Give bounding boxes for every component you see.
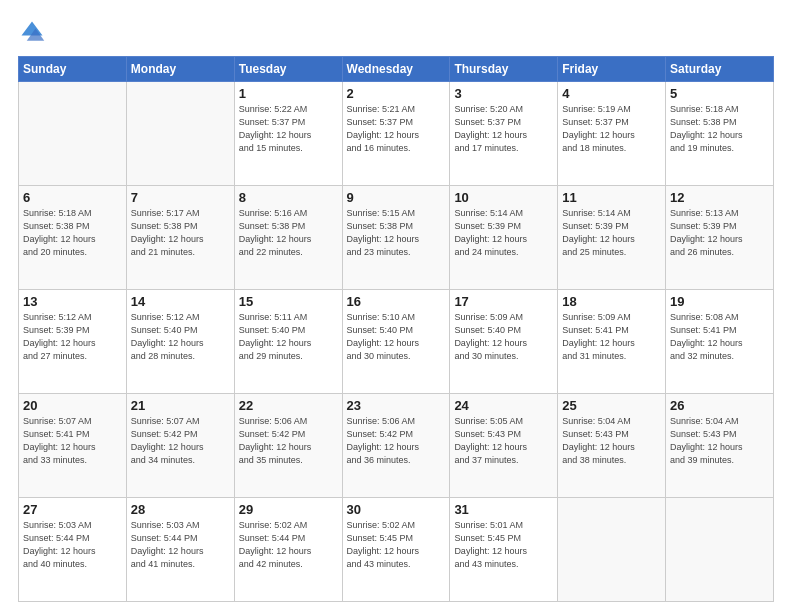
- day-number: 23: [347, 398, 446, 413]
- day-info: Sunrise: 5:06 AM Sunset: 5:42 PM Dayligh…: [239, 415, 338, 467]
- day-number: 4: [562, 86, 661, 101]
- day-info: Sunrise: 5:02 AM Sunset: 5:45 PM Dayligh…: [347, 519, 446, 571]
- day-number: 7: [131, 190, 230, 205]
- calendar-week-row: 20Sunrise: 5:07 AM Sunset: 5:41 PM Dayli…: [19, 394, 774, 498]
- weekday-header-tuesday: Tuesday: [234, 57, 342, 82]
- calendar-day-cell: 14Sunrise: 5:12 AM Sunset: 5:40 PM Dayli…: [126, 290, 234, 394]
- calendar-day-cell: [19, 82, 127, 186]
- calendar-day-cell: 3Sunrise: 5:20 AM Sunset: 5:37 PM Daylig…: [450, 82, 558, 186]
- day-number: 6: [23, 190, 122, 205]
- calendar-week-row: 6Sunrise: 5:18 AM Sunset: 5:38 PM Daylig…: [19, 186, 774, 290]
- day-number: 19: [670, 294, 769, 309]
- logo-icon: [18, 18, 46, 46]
- calendar-day-cell: 21Sunrise: 5:07 AM Sunset: 5:42 PM Dayli…: [126, 394, 234, 498]
- weekday-header-saturday: Saturday: [666, 57, 774, 82]
- day-number: 8: [239, 190, 338, 205]
- day-info: Sunrise: 5:12 AM Sunset: 5:39 PM Dayligh…: [23, 311, 122, 363]
- day-info: Sunrise: 5:03 AM Sunset: 5:44 PM Dayligh…: [23, 519, 122, 571]
- calendar-day-cell: 10Sunrise: 5:14 AM Sunset: 5:39 PM Dayli…: [450, 186, 558, 290]
- day-info: Sunrise: 5:14 AM Sunset: 5:39 PM Dayligh…: [454, 207, 553, 259]
- day-number: 31: [454, 502, 553, 517]
- calendar-day-cell: 29Sunrise: 5:02 AM Sunset: 5:44 PM Dayli…: [234, 498, 342, 602]
- day-info: Sunrise: 5:04 AM Sunset: 5:43 PM Dayligh…: [670, 415, 769, 467]
- day-info: Sunrise: 5:12 AM Sunset: 5:40 PM Dayligh…: [131, 311, 230, 363]
- day-number: 21: [131, 398, 230, 413]
- day-info: Sunrise: 5:04 AM Sunset: 5:43 PM Dayligh…: [562, 415, 661, 467]
- calendar-day-cell: 17Sunrise: 5:09 AM Sunset: 5:40 PM Dayli…: [450, 290, 558, 394]
- day-number: 28: [131, 502, 230, 517]
- calendar-week-row: 1Sunrise: 5:22 AM Sunset: 5:37 PM Daylig…: [19, 82, 774, 186]
- day-number: 5: [670, 86, 769, 101]
- calendar-day-cell: 30Sunrise: 5:02 AM Sunset: 5:45 PM Dayli…: [342, 498, 450, 602]
- calendar-day-cell: 9Sunrise: 5:15 AM Sunset: 5:38 PM Daylig…: [342, 186, 450, 290]
- logo: [18, 18, 50, 46]
- calendar-day-cell: 11Sunrise: 5:14 AM Sunset: 5:39 PM Dayli…: [558, 186, 666, 290]
- day-number: 9: [347, 190, 446, 205]
- day-number: 24: [454, 398, 553, 413]
- calendar-day-cell: 5Sunrise: 5:18 AM Sunset: 5:38 PM Daylig…: [666, 82, 774, 186]
- calendar-day-cell: 27Sunrise: 5:03 AM Sunset: 5:44 PM Dayli…: [19, 498, 127, 602]
- header: [18, 18, 774, 46]
- day-number: 29: [239, 502, 338, 517]
- weekday-header-thursday: Thursday: [450, 57, 558, 82]
- day-info: Sunrise: 5:08 AM Sunset: 5:41 PM Dayligh…: [670, 311, 769, 363]
- calendar-day-cell: 2Sunrise: 5:21 AM Sunset: 5:37 PM Daylig…: [342, 82, 450, 186]
- day-number: 16: [347, 294, 446, 309]
- calendar-day-cell: 20Sunrise: 5:07 AM Sunset: 5:41 PM Dayli…: [19, 394, 127, 498]
- calendar-day-cell: 26Sunrise: 5:04 AM Sunset: 5:43 PM Dayli…: [666, 394, 774, 498]
- page: SundayMondayTuesdayWednesdayThursdayFrid…: [0, 0, 792, 612]
- calendar-day-cell: 8Sunrise: 5:16 AM Sunset: 5:38 PM Daylig…: [234, 186, 342, 290]
- day-info: Sunrise: 5:22 AM Sunset: 5:37 PM Dayligh…: [239, 103, 338, 155]
- day-number: 11: [562, 190, 661, 205]
- day-number: 1: [239, 86, 338, 101]
- day-number: 30: [347, 502, 446, 517]
- day-info: Sunrise: 5:11 AM Sunset: 5:40 PM Dayligh…: [239, 311, 338, 363]
- day-number: 26: [670, 398, 769, 413]
- day-number: 10: [454, 190, 553, 205]
- day-number: 14: [131, 294, 230, 309]
- weekday-header-monday: Monday: [126, 57, 234, 82]
- day-info: Sunrise: 5:18 AM Sunset: 5:38 PM Dayligh…: [670, 103, 769, 155]
- day-number: 18: [562, 294, 661, 309]
- calendar-day-cell: 25Sunrise: 5:04 AM Sunset: 5:43 PM Dayli…: [558, 394, 666, 498]
- day-info: Sunrise: 5:01 AM Sunset: 5:45 PM Dayligh…: [454, 519, 553, 571]
- weekday-header-row: SundayMondayTuesdayWednesdayThursdayFrid…: [19, 57, 774, 82]
- day-info: Sunrise: 5:06 AM Sunset: 5:42 PM Dayligh…: [347, 415, 446, 467]
- calendar-day-cell: 22Sunrise: 5:06 AM Sunset: 5:42 PM Dayli…: [234, 394, 342, 498]
- day-number: 20: [23, 398, 122, 413]
- day-info: Sunrise: 5:19 AM Sunset: 5:37 PM Dayligh…: [562, 103, 661, 155]
- day-info: Sunrise: 5:05 AM Sunset: 5:43 PM Dayligh…: [454, 415, 553, 467]
- calendar-day-cell: 23Sunrise: 5:06 AM Sunset: 5:42 PM Dayli…: [342, 394, 450, 498]
- calendar-day-cell: 13Sunrise: 5:12 AM Sunset: 5:39 PM Dayli…: [19, 290, 127, 394]
- day-info: Sunrise: 5:20 AM Sunset: 5:37 PM Dayligh…: [454, 103, 553, 155]
- day-number: 27: [23, 502, 122, 517]
- day-info: Sunrise: 5:07 AM Sunset: 5:41 PM Dayligh…: [23, 415, 122, 467]
- day-info: Sunrise: 5:13 AM Sunset: 5:39 PM Dayligh…: [670, 207, 769, 259]
- calendar-day-cell: 4Sunrise: 5:19 AM Sunset: 5:37 PM Daylig…: [558, 82, 666, 186]
- day-info: Sunrise: 5:15 AM Sunset: 5:38 PM Dayligh…: [347, 207, 446, 259]
- calendar-day-cell: 15Sunrise: 5:11 AM Sunset: 5:40 PM Dayli…: [234, 290, 342, 394]
- calendar-table: SundayMondayTuesdayWednesdayThursdayFrid…: [18, 56, 774, 602]
- weekday-header-sunday: Sunday: [19, 57, 127, 82]
- weekday-header-friday: Friday: [558, 57, 666, 82]
- day-number: 22: [239, 398, 338, 413]
- calendar-day-cell: 28Sunrise: 5:03 AM Sunset: 5:44 PM Dayli…: [126, 498, 234, 602]
- weekday-header-wednesday: Wednesday: [342, 57, 450, 82]
- calendar-day-cell: 12Sunrise: 5:13 AM Sunset: 5:39 PM Dayli…: [666, 186, 774, 290]
- day-info: Sunrise: 5:21 AM Sunset: 5:37 PM Dayligh…: [347, 103, 446, 155]
- calendar-week-row: 13Sunrise: 5:12 AM Sunset: 5:39 PM Dayli…: [19, 290, 774, 394]
- day-info: Sunrise: 5:02 AM Sunset: 5:44 PM Dayligh…: [239, 519, 338, 571]
- day-info: Sunrise: 5:17 AM Sunset: 5:38 PM Dayligh…: [131, 207, 230, 259]
- day-number: 17: [454, 294, 553, 309]
- day-number: 25: [562, 398, 661, 413]
- day-info: Sunrise: 5:09 AM Sunset: 5:41 PM Dayligh…: [562, 311, 661, 363]
- calendar-week-row: 27Sunrise: 5:03 AM Sunset: 5:44 PM Dayli…: [19, 498, 774, 602]
- day-info: Sunrise: 5:10 AM Sunset: 5:40 PM Dayligh…: [347, 311, 446, 363]
- calendar-day-cell: 19Sunrise: 5:08 AM Sunset: 5:41 PM Dayli…: [666, 290, 774, 394]
- calendar-day-cell: [126, 82, 234, 186]
- day-number: 12: [670, 190, 769, 205]
- day-number: 2: [347, 86, 446, 101]
- calendar-day-cell: 24Sunrise: 5:05 AM Sunset: 5:43 PM Dayli…: [450, 394, 558, 498]
- day-number: 15: [239, 294, 338, 309]
- calendar-day-cell: 6Sunrise: 5:18 AM Sunset: 5:38 PM Daylig…: [19, 186, 127, 290]
